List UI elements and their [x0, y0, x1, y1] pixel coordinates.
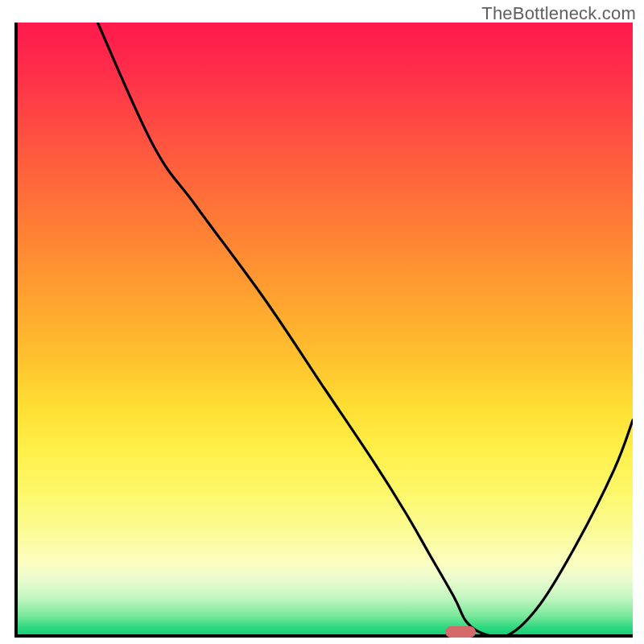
chart-frame: [14, 23, 633, 638]
optimal-marker: [445, 626, 476, 638]
watermark-text: TheBottleneck.com: [481, 3, 636, 24]
chart-svg: [18, 23, 633, 634]
bottleneck-curve: [97, 23, 633, 634]
